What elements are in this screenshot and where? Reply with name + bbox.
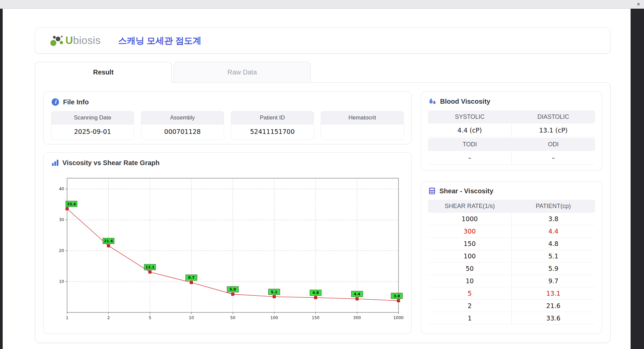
table-row: 50 5.9 xyxy=(428,262,595,275)
field-assembly: Assembly 000701128 xyxy=(141,111,224,140)
shear-viscosity-title: Shear - Viscosity xyxy=(439,187,493,195)
graph-header: Viscosity vs Shear Rate Graph xyxy=(51,159,404,167)
table-row: 10 9.7 xyxy=(428,275,595,287)
shear-rate-value: 1000 xyxy=(428,213,512,225)
field-value xyxy=(321,124,404,139)
table-row: 1 33.6 xyxy=(428,312,595,325)
logo-dots-icon xyxy=(49,34,64,48)
table-header-row: SYSTOLIC DIASTOLIC xyxy=(428,110,595,123)
left-column: i File Info Scanning Date 2025-09-01 Ass… xyxy=(43,91,412,334)
shear-rate-value: 300 xyxy=(428,225,512,237)
todi-value: – xyxy=(428,151,512,164)
tab-result[interactable]: Result xyxy=(35,62,172,83)
file-info-title: File Info xyxy=(63,98,89,106)
table-row: 100 5.1 xyxy=(428,250,595,262)
blood-viscosity-table: SYSTOLIC DIASTOLIC 4.4 (cP) 13.1 (cP) TO… xyxy=(428,110,595,165)
table-header-row: TODI ODI xyxy=(428,138,595,151)
svg-text:5.1: 5.1 xyxy=(271,290,278,294)
shear-rate-value: 2 xyxy=(428,300,512,312)
close-icon[interactable]: × xyxy=(637,1,640,8)
patient-viscosity-value: 9.7 xyxy=(512,275,595,287)
viscosity-chart: 102030401251050100150300100033.621.613.1… xyxy=(51,170,405,328)
svg-text:50: 50 xyxy=(230,315,235,320)
blood-viscosity-title: Blood Viscosity xyxy=(440,98,490,105)
svg-text:9.7: 9.7 xyxy=(188,276,195,280)
table-row: 2 21.6 xyxy=(428,300,595,312)
shear-rate-value: 5 xyxy=(428,287,512,299)
patient-viscosity-value: 33.6 xyxy=(512,312,595,324)
blood-viscosity-header: Blood Viscosity xyxy=(428,97,595,106)
table-row: 300 4.4 xyxy=(428,225,595,238)
shear-rate-value: 10 xyxy=(428,275,512,287)
main-panel: i File Info Scanning Date 2025-09-01 Ass… xyxy=(35,82,610,343)
chart-wrap: 102030401251050100150300100033.621.613.1… xyxy=(51,170,404,329)
svg-text:21.6: 21.6 xyxy=(104,239,113,243)
svg-text:100: 100 xyxy=(270,315,278,320)
shear-rate-value: 1 xyxy=(428,312,512,324)
svg-text:40: 40 xyxy=(59,187,64,191)
logo-rest: biosis xyxy=(73,35,101,46)
patient-viscosity-value: 3.8 xyxy=(512,213,595,225)
svg-text:5: 5 xyxy=(149,315,151,320)
shear-viscosity-card: Shear - Viscosity SHEAR RATE(1/s) PATIEN… xyxy=(421,181,602,334)
svg-text:10: 10 xyxy=(189,315,194,320)
patient-viscosity-value: 4.8 xyxy=(512,238,595,250)
shear-rate-value: 50 xyxy=(428,262,512,275)
field-value: 2025-09-01 xyxy=(51,124,134,139)
patient-viscosity-value: 5.9 xyxy=(512,262,595,275)
diastolic-value: 13.1 (cP) xyxy=(512,123,595,137)
field-label: Scanning Date xyxy=(51,111,134,124)
field-label: Patient ID xyxy=(231,111,314,124)
patient-viscosity-value: 21.6 xyxy=(512,300,595,312)
header-card: Ubiosis 스캐닝 모세관 점도계 xyxy=(35,28,610,54)
column-shear-rate: SHEAR RATE(1/s) xyxy=(428,200,512,213)
blood-viscosity-card: Blood Viscosity SYSTOLIC DIASTOLIC 4.4 (… xyxy=(421,91,602,170)
water-drop-icon xyxy=(428,97,437,106)
table-row: 1000 3.8 xyxy=(428,213,595,225)
file-info-card: i File Info Scanning Date 2025-09-01 Ass… xyxy=(43,91,412,144)
svg-text:20: 20 xyxy=(59,248,64,253)
svg-text:5.9: 5.9 xyxy=(229,287,236,292)
field-scanning-date: Scanning Date 2025-09-01 xyxy=(51,111,134,140)
svg-text:3.8: 3.8 xyxy=(393,294,400,298)
shear-viscosity-table: SHEAR RATE(1/s) PATIENT(cp) 1000 3.8 300… xyxy=(428,200,595,325)
svg-text:1000: 1000 xyxy=(393,315,404,320)
file-info-header: i File Info xyxy=(51,98,404,106)
bar-chart-icon xyxy=(51,159,59,167)
shear-rate-value: 100 xyxy=(428,250,512,262)
field-label: Hematocrit xyxy=(321,111,404,124)
logo-text: Ubiosis xyxy=(65,35,101,47)
shear-viscosity-header: Shear - Viscosity xyxy=(428,187,595,195)
title-bar: × xyxy=(0,0,644,9)
field-value: 52411151700 xyxy=(231,124,314,139)
svg-text:150: 150 xyxy=(312,315,320,320)
table-row: 150 4.8 xyxy=(428,238,595,250)
svg-text:30: 30 xyxy=(59,217,64,222)
calculator-icon xyxy=(428,187,436,195)
systolic-value: 4.4 (cP) xyxy=(428,123,512,137)
logo-accent: U xyxy=(65,35,73,46)
column-patient: PATIENT(cp) xyxy=(512,200,595,213)
table-row: 4.4 (cP) 13.1 (cP) xyxy=(428,123,595,137)
info-icon: i xyxy=(51,98,60,106)
svg-text:1: 1 xyxy=(66,315,68,320)
graph-card: Viscosity vs Shear Rate Graph 1020304012… xyxy=(43,152,412,334)
file-info-fields: Scanning Date 2025-09-01 Assembly 000701… xyxy=(51,111,404,140)
field-hematocrit: Hematocrit xyxy=(321,111,404,140)
shear-rate-value: 150 xyxy=(428,238,512,250)
tab-bar: Result Raw Data xyxy=(35,62,311,83)
systolic-label: SYSTOLIC xyxy=(428,110,512,123)
tab-raw-data[interactable]: Raw Data xyxy=(174,62,311,83)
diastolic-label: DIASTOLIC xyxy=(512,110,595,123)
svg-text:10: 10 xyxy=(59,279,64,284)
svg-text:4.8: 4.8 xyxy=(312,291,319,295)
table-header-row: SHEAR RATE(1/s) PATIENT(cp) xyxy=(428,200,595,213)
table-row: – – xyxy=(428,151,595,165)
field-label: Assembly xyxy=(141,111,224,124)
todi-label: TODI xyxy=(428,138,512,151)
app-title: 스캐닝 모세관 점도계 xyxy=(118,35,201,47)
field-value: 000701128 xyxy=(141,124,224,139)
graph-title: Viscosity vs Shear Rate Graph xyxy=(62,159,160,167)
patient-viscosity-value: 4.4 xyxy=(512,225,595,237)
svg-text:2: 2 xyxy=(107,315,110,320)
